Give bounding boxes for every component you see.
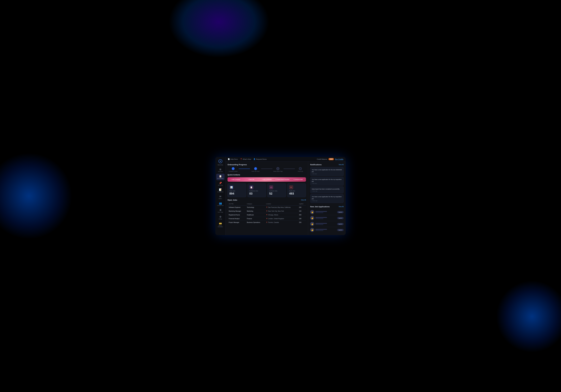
create-email-template-button[interactable]: + Create Email Template <box>275 178 290 181</box>
sidebar-label-candidate-pool: Candidate Pool <box>217 205 223 206</box>
whats-new-icon: ❓ <box>240 158 242 160</box>
app-name-bar <box>315 217 327 218</box>
location-icon: 📍 <box>266 222 268 223</box>
topbar-links: 📄 Help Docs ❓ What's New 👤 Request Demo <box>228 158 267 160</box>
applied-cell: 180 <box>298 217 306 221</box>
applications-list: 👩 Applied 👩 Applied 👩 Applied 🧑 Applied <box>310 209 344 233</box>
notifications-title: Notifications <box>310 163 322 166</box>
col-job-title: Job Title <box>227 202 246 206</box>
job-application-icon: 📝 <box>219 188 222 191</box>
credit-label: Credit Balance <box>317 158 327 160</box>
location-icon: 📍 <box>266 218 268 219</box>
app-name: Pitch N Hire <box>218 164 223 165</box>
application-item[interactable]: 👩 Applied <box>310 209 344 215</box>
stat-card-draft-jobs: ✏ Draft Jobs 493 <box>287 183 306 197</box>
settings-icon: ⚙ <box>219 215 221 218</box>
notif-time: 3 days ago <box>312 200 342 201</box>
candidate-pool-icon: 👥 <box>219 202 222 205</box>
step-circle-1: ✓ <box>232 167 235 170</box>
table-row[interactable]: Marketing Manager Marketing 📍 New York C… <box>227 209 306 213</box>
new-applications-section: New Job Applications View All 👩 Applied … <box>310 206 344 233</box>
sidebar-label-job-application: Job Application <box>217 191 224 193</box>
buy-credits-button[interactable]: Buy Credits <box>335 158 343 160</box>
notifications-view-all[interactable]: View All <box>339 164 344 165</box>
whats-new-label: What's New <box>243 158 251 160</box>
open-jobs-title: Open Jobs <box>227 199 237 201</box>
published-jobs-value: 03 <box>249 192 264 195</box>
app-sub-bar <box>315 212 323 213</box>
notification-item[interactable]: Data import has been completed successfu… <box>310 186 344 193</box>
app-info <box>315 211 336 213</box>
sidebar-item-mailbox[interactable]: ✉ Mailbox <box>216 194 225 200</box>
sidebar-item-job-requisition[interactable]: 📋 Job Requisition <box>216 174 225 180</box>
notif-time: 3 days ago <box>312 190 342 192</box>
application-item[interactable]: 🧑 Applied <box>310 227 344 233</box>
notif-text: You have a new application for the test … <box>312 169 342 173</box>
table-row[interactable]: Financial Analyst Finance 📍 London, Unit… <box>227 217 306 221</box>
notification-item[interactable]: You have a new application for the test … <box>310 167 344 176</box>
app-name-bar <box>315 211 327 212</box>
app-info <box>315 223 336 225</box>
left-panel: Onboarding Progress ✓ Company Created ✓ … <box>226 162 308 235</box>
notif-time: a day ago <box>312 173 342 174</box>
stat-card-archived-jobs: 🗃 Archived Jobs 52 <box>267 183 286 197</box>
app-name-bar <box>315 223 327 224</box>
help-docs-link[interactable]: 📄 Help Docs <box>228 158 238 160</box>
stat-cards: 📊 Total Jobs 894 📋 Published Jobs 03 🗃 A… <box>227 183 306 197</box>
compose-mail-button[interactable]: + Compose Mail <box>290 178 306 181</box>
topbar-right: Credit Balance 3423 Buy Credits <box>317 158 343 160</box>
location-icon: 📍 <box>266 210 268 212</box>
table-row[interactable]: Registered Nurse Healthcare 📍 Chicago, I… <box>227 213 306 217</box>
whats-new-link[interactable]: ❓ What's New <box>240 158 251 160</box>
request-demo-link[interactable]: 👤 Request Demo <box>253 158 267 160</box>
published-jobs-icon: 📋 <box>249 185 253 189</box>
mailbox-icon: ✉ <box>219 195 221 198</box>
help-docs-icon: 📄 <box>228 158 230 160</box>
new-job-button[interactable]: + New Job <box>243 178 259 181</box>
step-circle-4 <box>299 167 302 170</box>
applied-badge: Applied <box>337 229 344 231</box>
category-cell: Finance <box>246 217 265 221</box>
application-item[interactable]: 👩 Applied <box>310 215 344 221</box>
archived-jobs-icon: 🗃 <box>269 185 273 189</box>
location-cell: 📍 San Francisco Bay Area, California <box>265 206 298 209</box>
notification-item[interactable]: You have a new application for the my re… <box>310 194 344 203</box>
sidebar-item-dashboard[interactable]: ⊞ Dashboard <box>216 167 225 174</box>
open-jobs-view-all[interactable]: View All <box>301 199 306 201</box>
sidebar-label-career-page: Career Page <box>218 212 223 213</box>
notif-time: a day ago <box>312 183 342 184</box>
sidebar-item-candidate-pool[interactable]: 👥 Candidate Pool <box>216 201 225 207</box>
add-company-button[interactable]: + Add Company <box>228 178 243 181</box>
table-row[interactable]: Software Engineer Technology 📍 San Franc… <box>227 206 306 209</box>
notification-item[interactable]: You have a new application for the my re… <box>310 177 344 186</box>
step-label-4: Post a Job <box>298 171 303 172</box>
sidebar-item-settings[interactable]: ⚙ Settings <box>216 214 225 221</box>
col-location: Location <box>265 202 298 206</box>
new-applications-title: New Job Applications <box>310 206 330 208</box>
table-row[interactable]: Project Manager Business Operations 📍 To… <box>227 221 306 224</box>
applied-badge: Applied <box>337 217 344 219</box>
job-title-cell: Software Engineer <box>227 206 246 209</box>
location-cell: 📍 London, United Kingdom <box>265 217 298 221</box>
col-category: Category <box>246 202 265 206</box>
new-applications-view-all[interactable]: View All <box>339 206 344 207</box>
sidebar-label-job-posting: Job Posting <box>218 185 223 186</box>
dashboard-icon: ⊞ <box>219 168 221 171</box>
add-candidate-button[interactable]: + Add Candidate <box>259 178 275 181</box>
job-posting-icon: 📌 <box>219 182 222 185</box>
sidebar-item-job-application[interactable]: 📝 Job Application <box>216 187 225 194</box>
total-jobs-value: 894 <box>229 192 244 195</box>
sidebar-item-billing[interactable]: 💳 Billing & Subscription <box>216 221 225 229</box>
request-demo-label: Request Demo <box>256 158 267 160</box>
sidebar-item-job-posting[interactable]: 📌 Job Posting <box>216 181 225 187</box>
sidebar-label-billing: Billing & Subscription <box>217 225 224 228</box>
step-company-created: ✓ Company Created <box>227 167 239 172</box>
sidebar-item-career-page[interactable]: 🖥 Career Page <box>216 207 225 214</box>
application-item[interactable]: 👩 Applied <box>310 221 344 227</box>
content-body: Onboarding Progress ✓ Company Created ✓ … <box>226 162 346 235</box>
quick-actions-bar: + Add Company + New Job + Add Candidate … <box>227 177 306 182</box>
career-page-icon: 🖥 <box>219 209 222 211</box>
sidebar: Pitch N Hire ⊞ Dashboard 📋 Job Requisiti… <box>215 157 226 235</box>
location-cell: 📍 Toronto, Canada <box>265 221 298 224</box>
job-requisition-icon: 📋 <box>219 175 222 178</box>
